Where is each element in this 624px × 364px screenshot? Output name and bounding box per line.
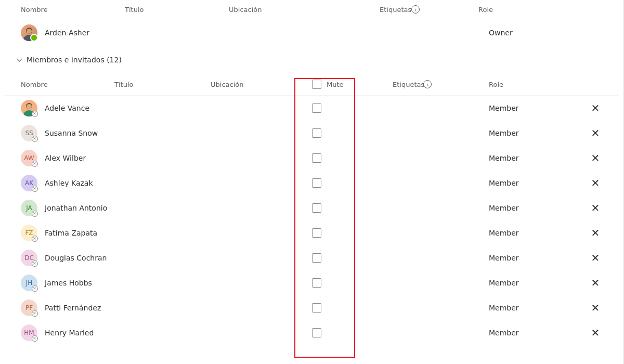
info-icon[interactable]: i: [423, 80, 432, 88]
owner-role[interactable]: Owner: [489, 29, 582, 37]
section-label: Miembros e invitados (12): [27, 56, 122, 64]
role-cell[interactable]: Member: [489, 104, 585, 112]
member-name: Adele Vance: [45, 104, 89, 112]
close-icon: ✕: [591, 178, 600, 188]
avatar: FZ: [21, 225, 37, 241]
role-cell[interactable]: Member: [489, 229, 585, 237]
presence-available-icon: [30, 34, 38, 42]
members-header-row: Nombre Título Ubicación Mute Etiquetas i…: [5, 73, 618, 96]
col-header-title: Título: [114, 81, 211, 88]
tags-label: Etiquetas: [393, 81, 424, 88]
presence-offline-icon: [32, 310, 38, 317]
role-cell[interactable]: Member: [489, 154, 585, 162]
member-name: Susanna Snow: [45, 129, 98, 137]
remove-member-button[interactable]: ✕: [585, 328, 606, 338]
mute-checkbox[interactable]: [312, 328, 321, 337]
mute-checkbox[interactable]: [312, 128, 321, 138]
member-row: AKAshley KazakMember✕: [5, 171, 618, 196]
mute-label: Mute: [327, 81, 344, 88]
avatar: PF: [21, 300, 37, 316]
member-name: James Hobbs: [45, 279, 92, 287]
presence-offline-icon: [32, 136, 38, 142]
remove-member-button[interactable]: ✕: [585, 178, 606, 188]
member-row: PFPatti FernándezMember✕: [5, 295, 618, 320]
members-management-panel: Nombre Título Ubicación Etiquetas i Role…: [0, 0, 624, 364]
mute-checkbox[interactable]: [312, 253, 321, 263]
member-row: HMHenry MarledMember✕: [5, 320, 618, 345]
avatar: DC: [21, 250, 37, 266]
remove-member-button[interactable]: ✕: [585, 103, 606, 113]
close-icon: ✕: [591, 128, 600, 138]
avatar: JA: [21, 200, 37, 216]
mute-checkbox[interactable]: [312, 228, 321, 238]
avatar: [21, 24, 37, 41]
mute-checkbox[interactable]: [312, 103, 321, 113]
member-name: Alex Wilber: [45, 154, 86, 162]
close-icon: ✕: [591, 228, 600, 238]
owner-name: Arden Asher: [45, 29, 89, 37]
close-icon: ✕: [591, 328, 600, 338]
col-header-tags: Etiquetas i: [393, 80, 489, 88]
close-icon: ✕: [591, 103, 600, 113]
presence-offline-icon: [32, 186, 38, 192]
col-header-location: Ubicación: [211, 81, 307, 88]
member-row: JHJames HobbsMember✕: [5, 270, 618, 295]
svg-point-5: [27, 104, 32, 109]
tags-label: Etiquetas: [380, 6, 411, 14]
owners-header-row: Nombre Título Ubicación Etiquetas i Role: [5, 0, 618, 19]
mute-checkbox[interactable]: [312, 278, 321, 288]
remove-member-button[interactable]: ✕: [585, 128, 606, 138]
member-row: FZFatima ZapataMember✕: [5, 220, 618, 245]
remove-member-button[interactable]: ✕: [585, 278, 606, 288]
presence-offline-icon: [32, 236, 38, 242]
close-icon: ✕: [591, 153, 600, 163]
member-row: AWAlex WilberMember✕: [5, 146, 618, 171]
col-header-name: Nombre: [21, 81, 114, 88]
avatar: JH: [21, 275, 37, 291]
member-name: Ashley Kazak: [45, 179, 93, 187]
role-cell[interactable]: Member: [489, 304, 585, 312]
mute-checkbox[interactable]: [312, 303, 321, 313]
remove-member-button[interactable]: ✕: [585, 253, 606, 263]
presence-offline-icon: [32, 211, 38, 217]
members-section-toggle[interactable]: Miembros e invitados (12): [5, 46, 618, 73]
mute-checkbox[interactable]: [312, 153, 321, 163]
role-cell[interactable]: Member: [489, 129, 585, 137]
mute-all-checkbox[interactable]: [312, 80, 321, 89]
role-cell[interactable]: Member: [489, 179, 585, 187]
presence-offline-icon: [32, 335, 38, 342]
role-cell[interactable]: Member: [489, 329, 585, 337]
remove-member-button[interactable]: ✕: [585, 228, 606, 238]
avatar: [21, 100, 37, 116]
chevron-down-icon: [17, 57, 22, 62]
col-header-role: Role: [489, 81, 585, 88]
svg-point-2: [27, 29, 32, 34]
remove-member-button[interactable]: ✕: [585, 303, 606, 313]
avatar: HM: [21, 324, 37, 341]
member-name: Patti Fernández: [45, 304, 101, 312]
close-icon: ✕: [591, 278, 600, 288]
remove-member-button[interactable]: ✕: [585, 203, 606, 213]
presence-offline-icon: [32, 161, 38, 167]
col-header-title: Título: [125, 6, 229, 14]
presence-offline-icon: [32, 285, 38, 292]
info-icon[interactable]: i: [411, 5, 420, 14]
avatar: SS: [21, 125, 37, 141]
member-name: Douglas Cochran: [45, 254, 107, 262]
member-row: JAJonathan AntonioMember✕: [5, 196, 618, 220]
role-cell[interactable]: Member: [489, 254, 585, 262]
avatar: AK: [21, 175, 37, 191]
remove-member-button[interactable]: ✕: [585, 153, 606, 163]
member-name: Jonathan Antonio: [45, 204, 107, 212]
mute-checkbox[interactable]: [312, 203, 321, 213]
col-header-role: Role: [478, 6, 572, 14]
close-icon: ✕: [591, 253, 600, 263]
col-header-name: Nombre: [21, 6, 125, 14]
role-cell[interactable]: Member: [489, 279, 585, 287]
mute-checkbox[interactable]: [312, 178, 321, 188]
member-name: Henry Marled: [45, 329, 94, 337]
col-header-location: Ubicación: [229, 6, 307, 14]
col-header-mute: Mute: [307, 80, 393, 89]
col-header-tags: Etiquetas i: [380, 5, 478, 14]
role-cell[interactable]: Member: [489, 204, 585, 212]
